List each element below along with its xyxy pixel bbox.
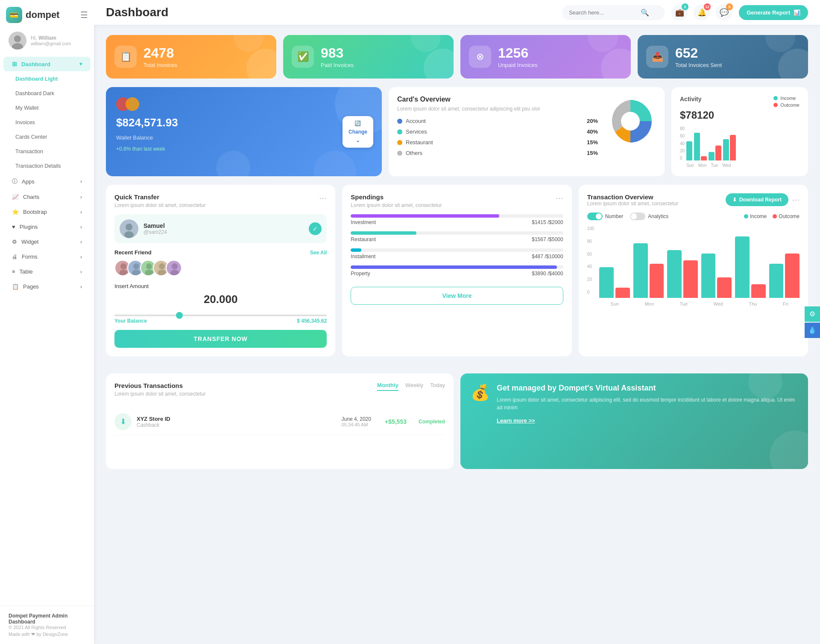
sidebar-item-dashboard-light[interactable]: Dashboard Light <box>3 72 91 86</box>
sidebar-item-apps[interactable]: ⓘ Apps › <box>3 174 91 189</box>
quick-transfer-sub: Lorem ipsum dolor sit amet, consectetur <box>114 202 205 208</box>
bar-day-labels: SunMonTueWed <box>686 163 800 168</box>
spendings-card: Spendings Lorem ipsum dolor sit amet, co… <box>342 185 571 356</box>
restaurant-label: Restaurant <box>406 139 583 146</box>
paid-invoices-label: Paid Invoices <box>321 62 354 68</box>
tx-header: Transaction Overview Lorem ipsum dolor s… <box>587 193 800 207</box>
transaction-overview-card: Transaction Overview Lorem ipsum dolor s… <box>579 185 808 356</box>
footer-year: © 2021 All Rights Reserved <box>9 625 85 630</box>
download-report-button[interactable]: ⬇ Download Report <box>726 193 788 206</box>
co-item-others: Others 15% <box>397 150 598 156</box>
selected-friend-name: Samuel <box>144 222 167 229</box>
paid-invoices-number: 983 <box>321 45 354 61</box>
services-label: Services <box>406 128 583 135</box>
toggle-analytics: Analytics <box>630 213 668 220</box>
sidebar-item-dashboard-dark[interactable]: Dashboard Dark <box>3 87 91 100</box>
prev-tx-header: Previous Transactions Lorem ipsum dolor … <box>114 382 445 403</box>
big-bar-fri-outcome <box>785 254 800 298</box>
property-label: Property <box>351 271 370 277</box>
activity-chart: 020406080 <box>680 126 800 168</box>
big-bar-mon-outcome <box>650 264 664 298</box>
wallet-icon-btn[interactable]: 💼 2 <box>671 4 688 20</box>
sidebar-item-invoices[interactable]: Invoices <box>3 116 91 129</box>
user-hi: Hi, <box>31 35 37 41</box>
recent-friend-label: Recent Friend <box>114 249 152 256</box>
svg-point-5 <box>126 224 132 230</box>
sidebar-item-transaction-details[interactable]: Transaction Details <box>3 159 91 173</box>
svg-point-1 <box>14 35 21 42</box>
restaurant-spending-label: Restaurant <box>351 236 376 242</box>
outcome-dot <box>773 103 778 107</box>
tab-today[interactable]: Today <box>430 382 445 391</box>
sidebar-item-table[interactable]: ≡ Table › <box>3 265 91 279</box>
avatar <box>9 32 26 50</box>
see-all-link[interactable]: See All <box>310 250 327 256</box>
bar-chart-icon: 📊 <box>794 9 800 16</box>
total-sent-icon: 📤 <box>646 46 668 68</box>
bar-wed-income <box>723 139 729 160</box>
hamburger-icon[interactable]: ☰ <box>80 10 88 20</box>
sidebar-item-charts[interactable]: 📈 Charts › <box>3 190 91 204</box>
tx-menu-icon[interactable]: ⋯ <box>792 195 800 204</box>
sidebar-item-bootstrap[interactable]: ⭐ Bootstrap › <box>3 205 91 219</box>
transfer-now-button[interactable]: TRANSFER NOW <box>114 330 327 348</box>
sidebar-item-pages[interactable]: 📋 Pages › <box>3 280 91 294</box>
total-invoices-number: 2478 <box>144 45 177 61</box>
sidebar-item-cards-center[interactable]: Cards Center <box>3 130 91 144</box>
sidebar: 💳 dompet ☰ Hi, William william@gmail.com… <box>0 0 94 644</box>
refresh-icon: 🔄 <box>354 120 361 126</box>
wallet-change-button[interactable]: 🔄 Change ⌄ <box>343 116 373 148</box>
number-toggle-switch[interactable] <box>587 213 603 220</box>
view-more-button[interactable]: View More <box>351 287 563 305</box>
floating-settings-button[interactable]: ⚙ <box>805 306 820 322</box>
floating-water-button[interactable]: 💧 <box>805 323 820 338</box>
sidebar-item-forms[interactable]: 🖨 Forms › <box>3 250 91 264</box>
header: Dashboard 🔍 💼 2 🔔 12 💬 5 Generate Report… <box>94 0 820 25</box>
svg-point-14 <box>146 263 152 269</box>
heart-icon: ♥ <box>12 224 15 230</box>
friend-avatar-5[interactable] <box>166 260 182 276</box>
chat-icon-btn[interactable]: 💬 5 <box>716 4 732 20</box>
spendings-sub: Lorem ipsum dolor sit amet, consectetur <box>351 202 442 208</box>
spendings-menu-icon[interactable]: ⋯ <box>556 193 563 203</box>
recent-friend-row: Recent Friend See All <box>114 249 327 256</box>
big-bar-tue-outcome <box>683 260 698 298</box>
sidebar-item-my-wallet[interactable]: My Wallet <box>3 101 91 115</box>
logo-icon: 💳 <box>6 7 22 23</box>
sidebar-item-dashboard[interactable]: ⊞ Dashboard ▾ <box>3 57 91 71</box>
amount-display: 20.000 <box>114 293 327 306</box>
star-icon: ⭐ <box>12 209 19 215</box>
more-rows-placeholder: ··· <box>114 435 445 460</box>
outcome-label: Outcome <box>780 102 800 108</box>
quick-transfer-menu-icon[interactable]: ⋯ <box>319 193 327 203</box>
others-dot <box>397 151 402 156</box>
generate-report-button[interactable]: Generate Report 📊 <box>739 5 808 20</box>
investment-label: Investment <box>351 219 376 225</box>
activity-title: Activity <box>680 96 702 102</box>
mastercard-logo <box>116 97 372 111</box>
sidebar-item-plugins[interactable]: ♥ Plugins › <box>3 220 91 234</box>
user-section: Hi, William william@gmail.com <box>0 26 94 56</box>
amount-slider[interactable] <box>114 315 327 316</box>
header-icons: 💼 2 🔔 12 💬 5 <box>671 4 732 20</box>
bell-icon-btn[interactable]: 🔔 12 <box>694 4 710 20</box>
search-input[interactable] <box>569 9 637 16</box>
bottom-row: Quick Transfer Lorem ipsum dolor sit ame… <box>106 185 808 356</box>
tab-weekly[interactable]: Weekly <box>405 382 423 391</box>
tab-monthly[interactable]: Monthly <box>377 382 398 391</box>
sidebar-dashboard-label: Dashboard <box>21 61 50 67</box>
sidebar-item-transaction[interactable]: Transaction <box>3 145 91 158</box>
total-invoices-label: Total Invoices <box>144 62 177 68</box>
wallet-badge: 2 <box>682 3 688 10</box>
stat-card-paid-invoices: ✅ 983 Paid Invoices <box>283 35 454 79</box>
bottom-section: Previous Transactions Lorem ipsum dolor … <box>106 365 808 469</box>
sidebar-item-widget[interactable]: ⚙ Widget › <box>3 235 91 249</box>
bar-group-tue <box>667 250 697 298</box>
analytics-toggle-switch[interactable] <box>630 213 645 220</box>
balance-value: $ 456,345.62 <box>297 318 327 324</box>
prev-tx-sub: Lorem ipsum dolor sit amet, consectetur <box>114 391 205 397</box>
services-pct: 40% <box>587 128 598 135</box>
bar-mon-outcome <box>701 156 707 160</box>
va-learn-more-link[interactable]: Learn more >> <box>497 417 535 424</box>
svg-point-6 <box>124 231 134 238</box>
